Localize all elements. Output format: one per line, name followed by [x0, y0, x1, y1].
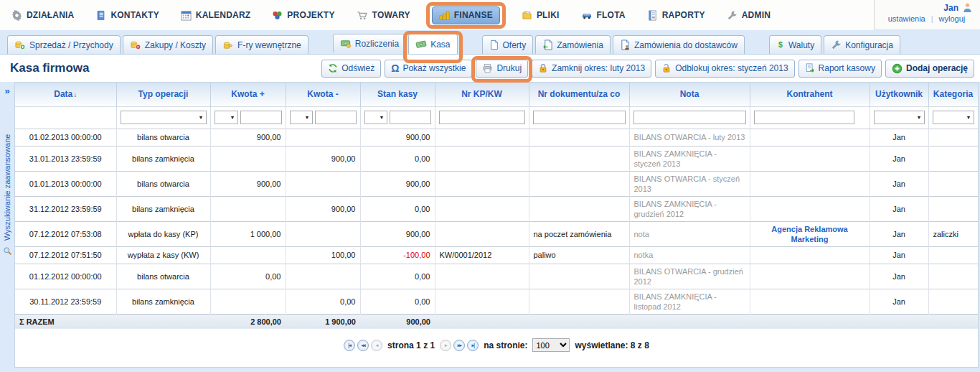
cell-stan-kasy: 0,00	[360, 146, 435, 171]
tab-sprzedaz-przychody[interactable]: Sprzedaż / Przychody	[7, 35, 121, 54]
nav-item-pliki[interactable]: PLIKI	[522, 10, 560, 21]
chevron-down-icon: ▼	[230, 115, 235, 120]
table-row[interactable]: 31.12.2012 23:59:59 bilans zamknięcia 90…	[15, 196, 978, 221]
cell-stan-kasy: 900,00	[360, 221, 435, 246]
column-header-stan-kasy[interactable]: Stan kasy	[360, 83, 435, 106]
kwota-minus-operator-select[interactable]: ▼	[290, 111, 313, 124]
stan-kasy-operator-select[interactable]: ▼	[364, 111, 387, 124]
column-header-kategoria[interactable]: Kategoria	[928, 83, 978, 106]
cell-kontrahent-link[interactable]: Agencja Reklamowa Marketing	[750, 221, 870, 246]
column-header-nota[interactable]: Nota	[629, 83, 750, 106]
column-header-data[interactable]: Data↓	[15, 83, 116, 106]
table-row[interactable]: 07.12.2012 07:53:08 wpłata do kasy (KP) …	[15, 221, 978, 246]
per-page-select[interactable]: 100	[532, 338, 570, 352]
tab-oferty[interactable]: Oferty	[482, 35, 534, 54]
cell-nr-dokumentu	[529, 146, 629, 171]
unlock-period-button[interactable]: Odblokuj okres: styczeń 2013	[655, 60, 794, 78]
print-button[interactable]: Drukuj	[476, 60, 528, 78]
tab-fry-wewnetrzne[interactable]: F-ry wewnętrzne	[215, 35, 308, 54]
cell-kwota-minus	[286, 221, 360, 246]
kwota-plus-filter-input[interactable]	[240, 111, 282, 124]
magnifier-icon[interactable]	[3, 246, 12, 256]
cell-nr-kpkw	[435, 289, 529, 314]
cell-kontrahent-link[interactable]	[750, 196, 870, 221]
nota-filter-input[interactable]	[633, 111, 746, 124]
prev-page-button[interactable]: ◂	[371, 340, 382, 351]
tab-zakupy-koszty[interactable]: Zakupy / Koszty	[123, 35, 213, 54]
button-label: Raport kasowy	[819, 63, 875, 73]
logout-link[interactable]: wyloguj	[939, 14, 966, 23]
nav-item-towary[interactable]: TOWARY	[357, 10, 410, 21]
tab-zamowienia-dostawcy[interactable]: Zamówienia do dostawców	[613, 35, 745, 54]
button-label: Drukuj	[496, 63, 522, 73]
nav-item-dzialania[interactable]: DZIAŁANIA	[11, 10, 74, 21]
nr-dokumentu-filter-input[interactable]	[533, 111, 626, 124]
nav-item-raporty[interactable]: RAPORTY	[647, 10, 705, 21]
column-header-nr-dokumentu[interactable]: Nr dokumentu/za co	[529, 83, 629, 106]
cell-kontrahent-link[interactable]	[750, 246, 870, 264]
cell-kategoria	[928, 171, 978, 196]
cell-kontrahent-link[interactable]	[750, 264, 870, 289]
cell-nr-kpkw	[435, 196, 529, 221]
add-operation-button[interactable]: Dodaj operację	[885, 60, 974, 78]
first-page-button[interactable]: |◂	[344, 340, 355, 351]
table-row[interactable]: 01.12.2012 00:00:00 bilans otwarcia 0,00…	[15, 264, 978, 289]
nr-kpkw-filter-input[interactable]	[439, 111, 525, 124]
cell-nota: nota	[629, 221, 750, 246]
column-header-kwota-minus[interactable]: Kwota -	[286, 83, 360, 106]
tab-rozliczenia[interactable]: Rozliczenia	[333, 34, 406, 52]
kwota-plus-operator-select[interactable]: ▼	[215, 111, 238, 124]
refresh-button[interactable]: Odśwież	[321, 60, 381, 78]
cash-report-button[interactable]: Raport kasowy	[798, 60, 882, 78]
tab-waluty[interactable]: $ Waluty	[769, 35, 821, 54]
table-row[interactable]: 31.01.2013 23:59:59 bilans zamknięcia 90…	[15, 146, 978, 171]
user-panel: Jan ustawienia | wyloguj	[874, 0, 980, 30]
nav-item-kalendarz[interactable]: KALENDARZ	[181, 10, 250, 21]
filter-typ-operacji: ▼	[116, 106, 210, 129]
nav-item-projekty[interactable]: PROJEKTY	[272, 10, 334, 21]
fast-prev-button[interactable]: ◂◂	[357, 340, 369, 351]
cell-kontrahent-link[interactable]	[750, 129, 870, 146]
column-header-kontrahent[interactable]: Kontrahent	[750, 83, 870, 106]
summary-empty	[116, 314, 210, 329]
nav-item-admin[interactable]: ADMIN	[727, 10, 771, 21]
tab-konfiguracja[interactable]: Konfiguracja	[824, 35, 900, 54]
table-row[interactable]: 30.11.2012 23:59:59 bilans zamknięcia 0,…	[15, 289, 978, 314]
cell-kontrahent-link[interactable]	[750, 171, 870, 196]
column-header-uzytkownik[interactable]: Użytkownik	[870, 83, 928, 106]
nav-item-kontakty[interactable]: KONTAKTY	[95, 10, 159, 21]
cell-typ-operacji: bilans zamknięcia	[116, 196, 210, 221]
settings-link[interactable]: ustawienia	[888, 14, 925, 23]
cell-kontrahent-link[interactable]	[750, 146, 870, 171]
table-row[interactable]: 07.12.2012 07:51:50 wypłata z kasy (KW) …	[15, 246, 978, 264]
close-period-button[interactable]: Zamknij okres: luty 2013	[532, 60, 651, 78]
column-header-kwota-plus[interactable]: Kwota +	[210, 83, 286, 106]
expand-sidebar-icon[interactable]: »	[4, 86, 9, 96]
uzytkownik-filter-select[interactable]: ▼	[874, 111, 925, 124]
nav-item-finanse[interactable]: FINANSE	[432, 6, 500, 24]
column-header-typ-operacji[interactable]: Typ operacji	[116, 83, 210, 106]
report-icon	[647, 10, 658, 21]
last-page-button[interactable]: ▸|	[467, 340, 479, 351]
column-header-nr-kpkw[interactable]: Nr KP/KW	[435, 83, 529, 106]
show-all-button[interactable]: Ω Pokaż wszystkie	[385, 60, 472, 78]
kategoria-filter-select[interactable]: ▼	[933, 111, 974, 124]
nav-item-flota[interactable]: FLOTA	[581, 10, 626, 21]
stan-kasy-filter-input[interactable]	[390, 111, 431, 124]
table-row[interactable]: 01.02.2013 00:00:00 bilans otwarcia 900,…	[15, 129, 978, 146]
cell-stan-kasy: 900,00	[360, 171, 435, 196]
tab-zamowienia[interactable]: Zamówienia	[535, 35, 611, 54]
kwota-minus-filter-input[interactable]	[315, 111, 357, 124]
finance-tab-bar: Sprzedaż / Przychody Zakupy / Koszty F-r…	[0, 30, 980, 55]
filter-nr-kpkw	[435, 106, 529, 129]
table-row[interactable]: 01.01.2013 00:00:00 bilans otwarcia 900,…	[15, 171, 978, 196]
advanced-search-label[interactable]: Wyszukiwanie zaawansowane	[3, 103, 11, 241]
cell-kontrahent-link[interactable]	[750, 289, 870, 314]
cell-typ-operacji: bilans zamknięcia	[116, 289, 210, 314]
typ-operacji-filter-select[interactable]: ▼	[121, 111, 207, 124]
kontrahent-filter-input[interactable]	[754, 111, 854, 124]
fast-next-button[interactable]: ▸▸	[453, 340, 465, 351]
tab-kasa[interactable]: Kasa	[408, 34, 457, 54]
toolbar: Kasa firmowa Odśwież Ω Pokaż wszystkie D…	[0, 55, 980, 82]
next-page-button[interactable]: ▸	[440, 340, 451, 351]
